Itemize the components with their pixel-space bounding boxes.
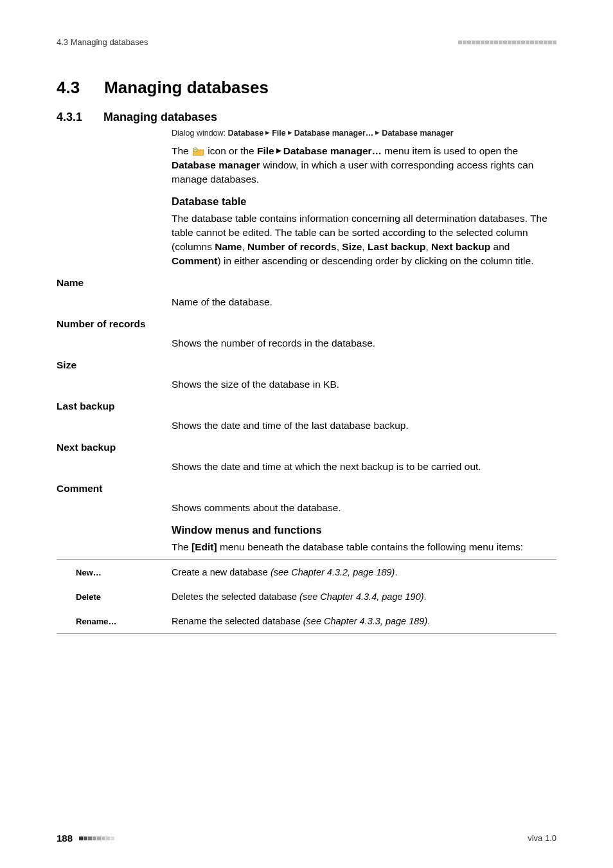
triangle-icon: ▸ <box>288 127 292 137</box>
definition-text: Shows the date and time of the last data… <box>172 419 551 433</box>
subsection-title: Managing databases <box>103 111 217 124</box>
menu-item-label: Delete <box>76 592 172 602</box>
database-table-heading: Database table <box>172 195 551 208</box>
triangle-icon: ▸ <box>265 127 270 137</box>
database-table-paragraph: The database table contains information … <box>172 212 551 268</box>
table-row: Rename… Rename the selected database (se… <box>57 609 556 633</box>
definition-term: Next backup <box>57 442 556 453</box>
table-row: New… Create a new database (see Chapter … <box>57 560 556 584</box>
header-section-label: 4.3 Managing databases <box>57 37 148 47</box>
intro-paragraph: The icon or the File▸Database manager… m… <box>172 144 551 186</box>
header-squares-decoration <box>458 41 556 44</box>
table-row: Delete Deletes the selected database (se… <box>57 584 556 609</box>
definition-term: Number of records <box>57 318 556 330</box>
menu-item-label: Rename… <box>76 617 172 626</box>
footer-squares-decoration <box>79 836 114 840</box>
triangle-icon: ▸ <box>276 143 281 158</box>
menu-item-description: Create a new database (see Chapter 4.3.2… <box>172 567 556 577</box>
definition-term: Comment <box>57 483 556 494</box>
definition-term: Size <box>57 359 556 371</box>
triangle-icon: ▸ <box>375 127 380 137</box>
subsection-number: 4.3.1 <box>57 111 82 124</box>
definition-text: Shows comments about the database. <box>172 501 551 515</box>
definition-text: Shows the size of the database in KB. <box>172 377 551 392</box>
subsection-heading: 4.3.1 Managing databases <box>57 111 556 124</box>
footer-version: viva 1.0 <box>528 833 556 843</box>
definition-text: Shows the number of records in the datab… <box>172 336 551 350</box>
definition-text: Name of the database. <box>172 295 551 309</box>
page-number: 188 <box>57 833 73 844</box>
section-number: 4.3 <box>57 78 80 98</box>
definition-text: Shows the date and time at which the nex… <box>172 460 551 474</box>
page-footer: 188 viva 1.0 <box>57 833 556 844</box>
page-header: 4.3 Managing databases <box>57 37 556 47</box>
edit-menu-table: New… Create a new database (see Chapter … <box>57 559 556 634</box>
definition-term: Last backup <box>57 401 556 412</box>
definition-term: Name <box>57 277 556 289</box>
window-menus-heading: Window menus and functions <box>172 524 551 536</box>
section-heading: 4.3 Managing databases <box>57 78 556 98</box>
menu-item-description: Deletes the selected database (see Chapt… <box>172 592 556 602</box>
window-menus-paragraph: The [Edit] menu beneath the database tab… <box>172 540 551 554</box>
database-manager-icon <box>193 147 204 156</box>
dialog-window-path: Dialog window: Database▸File▸Database ma… <box>172 128 551 138</box>
section-title: Managing databases <box>104 78 269 98</box>
menu-item-description: Rename the selected database (see Chapte… <box>172 616 556 626</box>
menu-item-label: New… <box>76 568 172 577</box>
